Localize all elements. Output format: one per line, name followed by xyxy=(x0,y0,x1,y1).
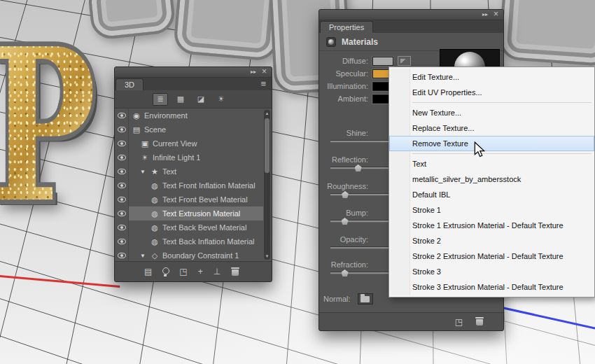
visibility-toggle[interactable] xyxy=(115,150,129,164)
menu-item[interactable]: New Texture... xyxy=(389,105,594,120)
filter-lights[interactable]: ☀ xyxy=(214,93,229,106)
properties-tabrow: Properties xyxy=(319,20,503,33)
new-texture-icon[interactable]: ◳ xyxy=(455,318,463,326)
3d-tree-row[interactable]: ◍Text Back Inflation Material xyxy=(115,234,263,248)
visibility-toggle[interactable] xyxy=(115,248,129,262)
color-row-label: Diffuse: xyxy=(323,57,368,65)
material-icon: ◍ xyxy=(150,223,160,232)
slider-thumb[interactable] xyxy=(342,218,349,225)
scroll-up-icon[interactable]: ▲ xyxy=(265,110,270,117)
tree-row-label: Current View xyxy=(153,139,197,148)
panel-menu-icon[interactable]: ≡ xyxy=(260,78,272,90)
menu-item[interactable]: Default IBL xyxy=(389,187,594,202)
add-object-icon[interactable]: ◳ xyxy=(179,267,187,276)
visibility-toggle[interactable] xyxy=(115,192,129,206)
visibility-toggle[interactable] xyxy=(115,136,129,150)
background-3d-letter xyxy=(498,0,595,66)
light-icon: ☀ xyxy=(140,153,150,162)
tree-row-label: Text xyxy=(162,167,176,176)
visibility-toggle[interactable] xyxy=(115,206,129,220)
visibility-toggle[interactable] xyxy=(115,164,129,178)
texture-menu-button[interactable] xyxy=(398,56,411,66)
visibility-toggle[interactable] xyxy=(115,122,129,136)
pin-icon[interactable]: + xyxy=(198,267,203,276)
slider-thumb[interactable] xyxy=(342,191,349,198)
expander-icon[interactable]: ▼ xyxy=(140,253,147,259)
delete-icon[interactable] xyxy=(231,267,239,276)
camera-icon: ▣ xyxy=(140,139,150,148)
filter-materials[interactable]: ◪ xyxy=(193,93,209,106)
3d-tree-row[interactable]: ◍Text Back Bevel Material xyxy=(115,220,263,234)
slider-thumb[interactable] xyxy=(355,164,362,172)
3d-scene-tree: ◉Environment▤Scene▣Current View☀Infinite… xyxy=(115,108,263,262)
mesh-icon: ★ xyxy=(150,167,160,176)
filter-whole-scene[interactable]: ≣ xyxy=(153,93,168,106)
ground-plane-icon[interactable]: ⊥ xyxy=(214,267,220,276)
visibility-toggle[interactable] xyxy=(115,178,129,192)
color-row-label: Illumination: xyxy=(323,82,368,90)
tree-row-label: Text Front Inflation Material xyxy=(162,181,255,190)
slider-label: Bump: xyxy=(323,209,368,217)
photoshop-3d-workspace: P P ▸▸ × 3D ≡ ≣▦◪☀ ◉Environment▤Scene▣Cu… xyxy=(0,0,595,364)
menu-item[interactable]: Stroke 2 Extrusion Material - Default Te… xyxy=(389,248,594,264)
3d-tree-row[interactable]: ◍Text Front Bevel Material xyxy=(115,192,263,206)
3d-tree-row[interactable]: ▼★Text xyxy=(115,164,263,178)
collapse-panel-icon[interactable]: ▸▸ xyxy=(251,69,256,75)
menu-item[interactable]: Replace Texture... xyxy=(389,120,594,136)
tree-row-label: Text Front Bevel Material xyxy=(162,195,248,204)
expander-icon[interactable]: ▼ xyxy=(140,169,147,175)
menu-item[interactable]: Stroke 1 Extrusion Material - Default Te… xyxy=(389,218,594,233)
menu-item[interactable]: Edit Texture... xyxy=(389,69,594,85)
close-panel-icon[interactable]: × xyxy=(493,10,498,18)
collapse-panel-icon[interactable]: ▸▸ xyxy=(482,12,488,18)
new-light-icon[interactable] xyxy=(162,267,169,276)
scroll-down-icon[interactable]: ▼ xyxy=(265,253,270,260)
menu-item[interactable]: Stroke 3 xyxy=(389,264,594,279)
visibility-toggle[interactable] xyxy=(115,220,129,234)
eye-icon xyxy=(118,127,126,132)
color-row-label: Specular: xyxy=(323,69,368,78)
3d-tree-row[interactable]: ▤Scene xyxy=(115,122,263,136)
properties-footer: ◳ xyxy=(319,312,503,330)
color-row-label: Ambient: xyxy=(323,94,368,103)
normal-texture-button[interactable] xyxy=(358,293,373,304)
tree-scrollbar[interactable]: ▲ ▼ xyxy=(264,110,270,260)
folder-icon xyxy=(360,296,370,302)
menu-item[interactable]: Stroke 2 xyxy=(389,233,594,248)
tree-row-label: Boundary Constraint 1 xyxy=(162,251,239,260)
normal-label: Normal: xyxy=(323,295,351,303)
close-panel-icon[interactable]: × xyxy=(262,67,267,76)
tree-row-label: Text Back Inflation Material xyxy=(162,237,254,246)
layers-icon[interactable]: ▤ xyxy=(144,267,152,276)
menu-item[interactable]: metallic_silver_by_ambersstock xyxy=(389,172,594,187)
visibility-toggle[interactable] xyxy=(115,234,129,248)
normal-row: Normal: xyxy=(323,293,373,304)
menu-item[interactable]: Stroke 3 Extrusion Material - Default Te… xyxy=(389,279,594,295)
3d-tree-row[interactable]: ▼◇Boundary Constraint 1 xyxy=(115,248,263,262)
scrollbar-thumb[interactable] xyxy=(265,118,270,173)
eye-icon xyxy=(118,239,126,244)
tab-properties[interactable]: Properties xyxy=(320,21,373,33)
menu-item[interactable]: Remove Texture xyxy=(389,136,594,151)
3d-tree-row[interactable]: ▣Current View xyxy=(115,136,263,150)
3d-tree-row[interactable]: ◍Text Front Inflation Material xyxy=(115,178,263,192)
delete-icon[interactable] xyxy=(475,317,484,326)
eye-icon xyxy=(118,225,126,230)
menu-separator xyxy=(412,102,592,103)
letter-face: P xyxy=(0,21,96,231)
eye-icon xyxy=(118,141,126,146)
3d-tree-row[interactable]: ◉Environment xyxy=(115,108,263,122)
menu-item[interactable]: Edit UV Properties... xyxy=(389,85,594,100)
color-swatch[interactable] xyxy=(372,57,393,66)
eye-icon xyxy=(118,113,126,118)
3d-tree-row[interactable]: ◍Text Extrusion Material xyxy=(115,206,263,220)
slider-thumb[interactable] xyxy=(342,270,349,276)
menu-item[interactable]: Stroke 1 xyxy=(389,202,594,218)
tab-3d[interactable]: 3D xyxy=(115,78,144,90)
filter-meshes[interactable]: ▦ xyxy=(173,93,188,106)
scene-icon: ▤ xyxy=(132,125,141,134)
eye-icon xyxy=(118,211,126,216)
visibility-toggle[interactable] xyxy=(115,108,129,122)
menu-item[interactable]: Text xyxy=(389,156,594,172)
3d-tree-row[interactable]: ☀Infinite Light 1 xyxy=(115,150,263,164)
